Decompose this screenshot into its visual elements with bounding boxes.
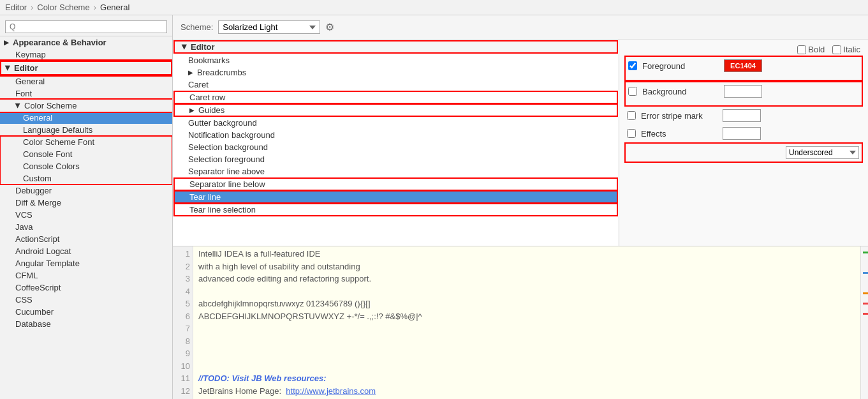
- sidebar-item-general[interactable]: General: [0, 75, 172, 87]
- tree-label-sep-below: Separator line below: [189, 179, 265, 189]
- tree-item-notif-bg[interactable]: Notification background: [173, 129, 619, 141]
- bold-checkbox[interactable]: [797, 45, 806, 54]
- tree-label-gutter-bg: Gutter background: [188, 118, 257, 128]
- triangle-guides-icon: ▶: [189, 107, 195, 114]
- sidebar-item-debugger[interactable]: Debugger: [0, 184, 172, 197]
- sidebar-item-font[interactable]: Font: [0, 87, 172, 100]
- scheme-select[interactable]: Solarized Light: [218, 20, 320, 34]
- sidebar-item-console-colors[interactable]: Console Colors: [0, 160, 172, 172]
- sidebar-item-java[interactable]: Java: [0, 221, 172, 233]
- sidebar-item-editor[interactable]: ▶ Editor: [0, 61, 172, 75]
- sidebar-item-console-font[interactable]: Console Font: [0, 148, 172, 160]
- sidebar-label-keymap: Keymap: [15, 50, 46, 59]
- bold-item: Bold: [797, 45, 825, 54]
- sidebar-label-custom: Custom: [23, 174, 52, 183]
- sidebar-label-java: Java: [15, 222, 33, 232]
- bold-italic-row: Bold Italic: [627, 45, 860, 54]
- gear-icon[interactable]: ⚙: [325, 21, 334, 33]
- tree-editor-header[interactable]: ▶ Editor: [174, 41, 617, 53]
- tree-item-bookmarks[interactable]: Bookmarks: [173, 54, 619, 66]
- tree-label-guides: Guides: [198, 105, 224, 115]
- editor-body: ▶ Editor Bookmarks ▶ Breadcrumbs Caret: [173, 40, 868, 246]
- sidebar-item-diff-merge[interactable]: Diff & Merge: [0, 197, 172, 209]
- scroll-marker-red: [863, 303, 868, 305]
- triangle-editor-tree-icon: ▶: [181, 45, 188, 50]
- foreground-row: Foreground EC1404: [628, 59, 859, 72]
- right-panel: Scheme: Solarized Light ⚙ ▶ Editor Bookm…: [173, 15, 868, 399]
- tree-item-guides[interactable]: ▶ Guides: [174, 104, 617, 116]
- scrollbar-area[interactable]: [860, 246, 868, 399]
- sidebar-item-custom[interactable]: Custom: [0, 172, 172, 184]
- sidebar-item-cucumber[interactable]: Cucumber: [0, 306, 172, 318]
- background-checkbox[interactable]: [628, 87, 637, 96]
- tree-label-notif-bg: Notification background: [188, 130, 275, 140]
- sidebar-item-css[interactable]: CSS: [0, 294, 172, 306]
- tree-item-tear-line-sel[interactable]: Tear line selection: [174, 204, 617, 216]
- scroll-marker-green: [863, 252, 868, 253]
- error-stripe-checkbox[interactable]: [627, 111, 636, 120]
- sidebar-label-database: Database: [15, 319, 51, 329]
- breadcrumb-sep2: ›: [94, 3, 96, 12]
- tree-label-sep-above: Separator line above: [188, 167, 265, 176]
- sidebar-item-keymap[interactable]: Keymap: [0, 49, 172, 61]
- effects-color-box[interactable]: [723, 127, 761, 140]
- sidebar-item-cfml[interactable]: CFML: [0, 269, 172, 282]
- background-color-box[interactable]: [724, 85, 762, 98]
- sidebar-label-android-logcat: Android Logcat: [15, 246, 71, 256]
- foreground-checkbox[interactable]: [628, 61, 637, 70]
- search-bar: [0, 18, 172, 36]
- search-input[interactable]: [5, 20, 167, 33]
- breadcrumb-sep1: ›: [31, 3, 33, 12]
- tree-label-bookmarks: Bookmarks: [188, 56, 230, 65]
- sidebar-label-console-font: Console Font: [23, 149, 72, 159]
- breadcrumb: Editor › Color Scheme › General: [0, 0, 868, 15]
- effects-checkbox[interactable]: [627, 129, 636, 138]
- sidebar-label-color-scheme: Color Scheme: [24, 101, 77, 110]
- tree-item-gutter-bg[interactable]: Gutter background: [173, 117, 619, 129]
- sidebar-item-cs-general[interactable]: General: [0, 112, 172, 124]
- scheme-label: Scheme:: [180, 22, 213, 32]
- triangle-icon: ▶: [4, 39, 9, 46]
- tree-item-caret-row[interactable]: Caret row: [174, 91, 617, 103]
- sidebar-label-editor: Editor: [14, 63, 38, 73]
- tree-item-tear-line[interactable]: Tear line: [174, 191, 617, 203]
- sidebar-label-general: General: [15, 77, 45, 86]
- sidebar-item-lang-defaults[interactable]: Language Defaults: [0, 124, 172, 136]
- sidebar-label-coffeescript: CoffeeScript: [15, 283, 61, 292]
- line-numbers: 1234 5678 910111213: [173, 246, 193, 399]
- sidebar-item-color-scheme[interactable]: ▶ Color Scheme: [0, 100, 172, 112]
- error-stripe-color-box[interactable]: [723, 109, 761, 122]
- sidebar-item-vcs[interactable]: VCS: [0, 209, 172, 221]
- sidebar-item-actionscript[interactable]: ActionScript: [0, 233, 172, 245]
- scroll-marker-red2: [863, 313, 868, 315]
- breadcrumb-color-scheme[interactable]: Color Scheme: [37, 3, 89, 12]
- breadcrumb-editor[interactable]: Editor: [5, 3, 27, 12]
- scroll-marker-blue: [863, 272, 868, 274]
- sidebar-item-android-logcat[interactable]: Android Logcat: [0, 245, 172, 257]
- tree-item-sel-fg[interactable]: Selection foreground: [173, 153, 619, 165]
- sidebar-item-coffeescript[interactable]: CoffeeScript: [0, 282, 172, 294]
- code-line-8: [198, 335, 855, 348]
- underscored-select[interactable]: UnderscoredUnderwavedBorderedStrikeoutBo…: [786, 146, 859, 159]
- sidebar-item-database[interactable]: Database: [0, 318, 172, 330]
- breadcrumb-general: General: [100, 3, 129, 12]
- sidebar-item-appearance[interactable]: ▶ Appearance & Behavior: [0, 36, 172, 49]
- tree-label-tear-line: Tear line: [189, 192, 221, 202]
- error-stripe-row: Error stripe mark: [627, 109, 860, 122]
- tree-item-breadcrumbs[interactable]: ▶ Breadcrumbs: [173, 66, 619, 79]
- tree-item-sep-below[interactable]: Separator line below: [174, 178, 617, 190]
- tree-pane: ▶ Editor Bookmarks ▶ Breadcrumbs Caret: [173, 40, 619, 246]
- sidebar-item-cs-font[interactable]: Color Scheme Font: [0, 136, 172, 148]
- tree-item-sep-above[interactable]: Separator line above: [173, 165, 619, 177]
- foreground-color-box[interactable]: EC1404: [724, 59, 762, 72]
- tree-item-sel-bg[interactable]: Selection background: [173, 141, 619, 153]
- tree-item-caret[interactable]: Caret: [173, 79, 619, 91]
- sidebar-label-vcs: VCS: [15, 210, 33, 220]
- sidebar-item-angular-template[interactable]: Angular Template: [0, 257, 172, 269]
- sidebar-label-appearance: Appearance & Behavior: [13, 38, 107, 47]
- sidebar-label-diff-merge: Diff & Merge: [15, 198, 61, 207]
- tree-label-caret-row: Caret row: [189, 93, 225, 102]
- tree-editor-label: Editor: [191, 42, 215, 52]
- tree-label-sel-fg: Selection foreground: [188, 154, 265, 164]
- italic-checkbox[interactable]: [832, 45, 841, 54]
